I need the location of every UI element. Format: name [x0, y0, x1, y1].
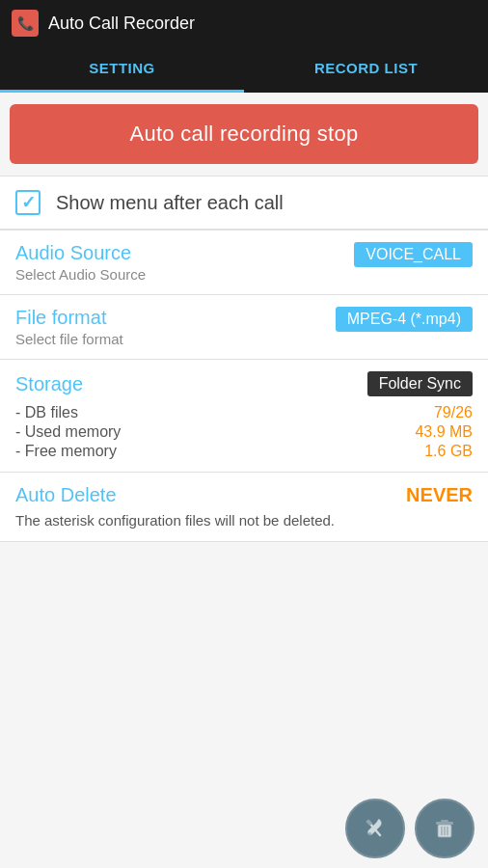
used-memory-row: - Used memory 43.9 MB — [15, 423, 473, 441]
tab-record-list[interactable]: RECORD LIST — [244, 46, 488, 93]
trash-button[interactable] — [415, 799, 474, 858]
record-toggle-label: Auto call recording stop — [129, 122, 358, 146]
audio-source-left: Audio Source Select Audio Source — [15, 242, 146, 283]
storage-header: Storage Folder Sync — [15, 371, 473, 396]
show-menu-label: Show menu after each call — [56, 192, 284, 214]
show-menu-row[interactable]: ✓ Show menu after each call — [0, 176, 488, 230]
free-memory-key: - Free memory — [15, 443, 117, 460]
file-format-sublabel: Select file format — [15, 331, 123, 347]
svg-point-1 — [368, 832, 371, 835]
db-files-key: - DB files — [15, 404, 78, 421]
title-bar: 📞 Auto Call Recorder — [0, 0, 488, 46]
file-format-row[interactable]: File format Select file format MPEG-4 (*… — [0, 295, 488, 360]
auto-delete-description: The asterisk configuration files will no… — [15, 512, 335, 529]
free-memory-row: - Free memory 1.6 GB — [15, 443, 473, 460]
storage-value[interactable]: Folder Sync — [367, 371, 473, 396]
app-title: Auto Call Recorder — [48, 14, 195, 34]
record-toggle-button[interactable]: Auto call recording stop — [10, 104, 478, 164]
storage-details: - DB files 79/26 - Used memory 43.9 MB -… — [15, 404, 473, 460]
storage-label: Storage — [15, 373, 83, 395]
main-content: Auto call recording stop ✓ Show menu aft… — [0, 93, 488, 868]
file-format-value[interactable]: MPEG-4 (*.mp4) — [336, 307, 473, 332]
used-memory-value: 43.9 MB — [415, 423, 473, 441]
auto-delete-label: Auto Delete — [15, 484, 117, 506]
file-format-label: File format — [15, 307, 123, 329]
auto-delete-header: Auto Delete NEVER — [15, 484, 473, 506]
db-files-value: 79/26 — [434, 404, 473, 421]
tab-bar: SETTING RECORD LIST — [0, 46, 488, 93]
checkbox-check-icon: ✓ — [21, 192, 36, 213]
tools-button[interactable] — [345, 799, 405, 858]
svg-rect-7 — [441, 820, 448, 823]
used-memory-key: - Used memory — [15, 423, 121, 441]
audio-source-value[interactable]: VOICE_CALL — [354, 242, 473, 267]
tab-setting[interactable]: SETTING — [0, 46, 244, 93]
app-icon: 📞 — [12, 10, 39, 37]
storage-section: Storage Folder Sync - DB files 79/26 - U… — [0, 360, 488, 473]
tools-icon — [359, 812, 392, 845]
show-menu-checkbox[interactable]: ✓ — [15, 190, 41, 215]
bottom-toolbar — [332, 789, 488, 868]
auto-delete-section[interactable]: Auto Delete NEVER The asterisk configura… — [0, 473, 488, 542]
auto-delete-value: NEVER — [406, 484, 473, 506]
db-files-row: - DB files 79/26 — [15, 404, 473, 421]
trash-icon — [428, 812, 461, 845]
audio-source-sublabel: Select Audio Source — [15, 266, 146, 283]
audio-source-row[interactable]: Audio Source Select Audio Source VOICE_C… — [0, 231, 488, 295]
audio-source-label: Audio Source — [15, 242, 146, 264]
file-format-left: File format Select file format — [15, 307, 123, 347]
free-memory-value: 1.6 GB — [424, 443, 473, 460]
